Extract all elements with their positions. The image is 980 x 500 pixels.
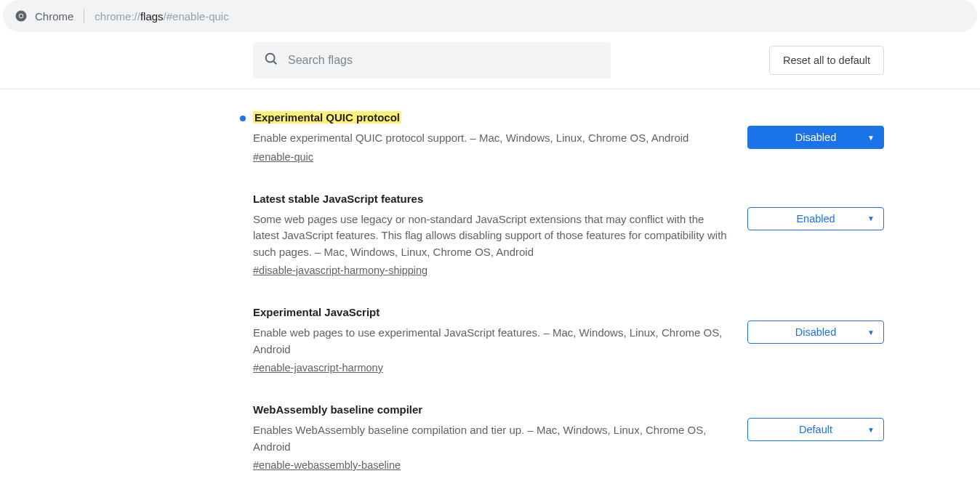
chevron-down-icon: ▼ xyxy=(867,214,875,222)
modified-dot-icon xyxy=(240,116,246,121)
flag-main: WebAssembly baseline compilerEnables Web… xyxy=(253,403,733,472)
flag-title: Experimental QUIC protocol xyxy=(253,111,401,124)
flag-select[interactable]: Disabled▼ xyxy=(747,320,884,344)
flag-select[interactable]: Disabled▼ xyxy=(747,126,884,149)
flag-anchor-link[interactable]: #enable-javascript-harmony xyxy=(253,362,383,374)
flag-main: Latest stable JavaScript featuresSome we… xyxy=(253,193,733,278)
flag-anchor-link[interactable]: #enable-webassembly-baseline xyxy=(253,459,401,471)
flag-select-col: Enabled▼ xyxy=(747,193,893,230)
flag-select-label: Enabled xyxy=(796,213,835,225)
flag-title: Experimental JavaScript xyxy=(253,306,379,318)
chevron-down-icon: ▼ xyxy=(867,328,875,336)
flag-main: Experimental QUIC protocolEnable experim… xyxy=(253,111,733,164)
flag-anchor-link[interactable]: #disable-javascript-harmony-shipping xyxy=(253,265,427,276)
flag-select[interactable]: Enabled▼ xyxy=(747,207,884,230)
flag-row: Experimental JavaScriptEnable web pages … xyxy=(240,306,893,374)
search-icon xyxy=(263,51,279,70)
app-label: Chrome xyxy=(35,10,73,23)
flag-modified-col xyxy=(240,193,253,197)
url-strong: flags xyxy=(140,10,164,23)
svg-point-2 xyxy=(20,15,23,18)
flag-title: WebAssembly baseline compiler xyxy=(253,403,422,416)
flag-description: Enable experimental QUIC protocol suppor… xyxy=(253,130,733,147)
flag-row: Experimental QUIC protocolEnable experim… xyxy=(240,111,893,164)
chevron-down-icon: ▼ xyxy=(867,426,875,434)
url-text: chrome://flags/#enable-quic xyxy=(95,10,228,23)
flag-select-col: Default▼ xyxy=(747,403,893,441)
omnibox[interactable]: Chrome chrome://flags/#enable-quic xyxy=(3,0,977,32)
flag-modified-col xyxy=(240,111,253,121)
omnibox-divider xyxy=(84,9,84,23)
search-input[interactable] xyxy=(288,54,601,67)
chrome-icon xyxy=(15,9,28,23)
flag-select-label: Default xyxy=(799,424,832,435)
flag-row: WebAssembly baseline compilerEnables Web… xyxy=(240,403,893,472)
flag-select-col: Disabled▼ xyxy=(747,111,893,149)
reset-all-button[interactable]: Reset all to default xyxy=(769,46,884,75)
page-header: Reset all to default xyxy=(0,32,980,89)
search-box[interactable] xyxy=(253,42,611,78)
flag-modified-col xyxy=(240,403,253,408)
flag-select-label: Disabled xyxy=(795,132,836,143)
flag-description: Some web pages use legacy or non-standar… xyxy=(253,211,733,261)
chevron-down-icon: ▼ xyxy=(867,134,875,142)
flag-select-label: Disabled xyxy=(795,326,836,338)
flag-anchor-link[interactable]: #enable-quic xyxy=(253,151,313,163)
flag-select-col: Disabled▼ xyxy=(747,306,893,344)
svg-line-4 xyxy=(273,61,276,64)
flag-title: Latest stable JavaScript features xyxy=(253,193,423,205)
url-suffix: /#enable-quic xyxy=(164,10,229,23)
svg-point-3 xyxy=(266,54,275,62)
flag-description: Enable web pages to use experimental Jav… xyxy=(253,325,733,358)
flag-modified-col xyxy=(240,306,253,310)
url-prefix: chrome:// xyxy=(95,10,140,23)
flag-row: Latest stable JavaScript featuresSome we… xyxy=(240,193,893,278)
flag-select[interactable]: Default▼ xyxy=(747,418,884,441)
flag-description: Enables WebAssembly baseline compilation… xyxy=(253,422,733,455)
flag-main: Experimental JavaScriptEnable web pages … xyxy=(253,306,733,374)
flags-list: Experimental QUIC protocolEnable experim… xyxy=(240,89,893,472)
